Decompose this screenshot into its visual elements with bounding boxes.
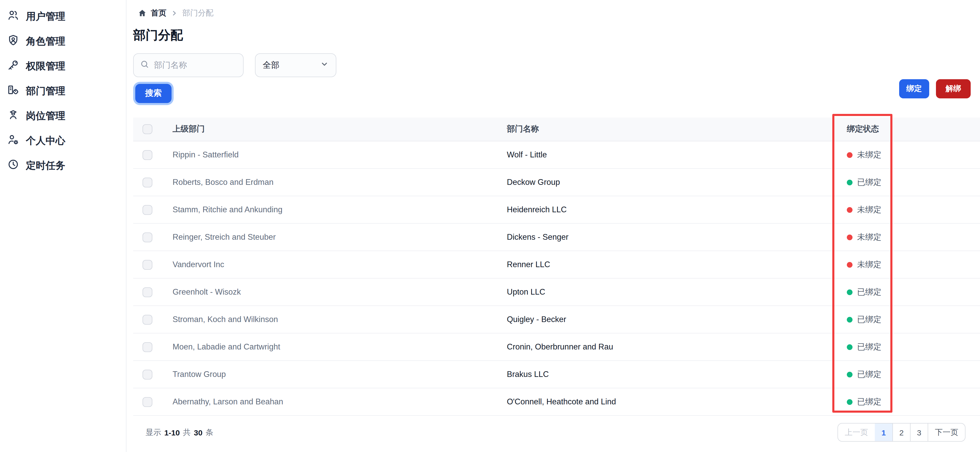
row-status: 已绑定 [847,341,980,352]
row-parent: Reinger, Streich and Steuber [173,233,507,242]
sidebar-item-2[interactable]: 角色管理 [0,29,126,54]
row-checkbox[interactable] [143,232,152,242]
row-checkbox-cell [133,205,173,215]
sidebar-item-4[interactable]: 部门管理 [0,79,126,103]
department-name-input[interactable] [154,60,237,70]
status-dot [847,289,853,295]
row-checkbox[interactable] [143,150,152,160]
breadcrumb-home-link[interactable]: 首页 [138,8,166,18]
row-checkbox-cell [133,370,173,379]
row-checkbox[interactable] [143,397,152,407]
breadcrumb-current: 部门分配 [183,8,213,18]
row-checkbox[interactable] [143,260,152,270]
row-checkbox[interactable] [143,370,152,379]
bind-button[interactable]: 绑定 [899,79,929,98]
row-status: 已绑定 [847,396,980,407]
table-header-row: 上级部门 部门名称 绑定状态 [133,117,980,141]
select-all-checkbox[interactable] [143,124,152,134]
row-parent: Roberts, Bosco and Erdman [173,178,507,187]
breadcrumb: 首页 部门分配 [138,7,980,19]
sidebar-item-3[interactable]: 权限管理 [0,54,126,79]
sidebar-item-label: 部门管理 [26,84,65,98]
row-status-label: 已绑定 [857,396,881,407]
bulk-actions: 绑定 解绑 [899,79,970,98]
row-status: 未绑定 [847,232,980,243]
departments-table: 上级部门 部门名称 绑定状态 Rippin - Satterfield Wolf… [133,117,980,416]
row-checkbox-cell [133,260,173,270]
pagination-bar: 显示 1-10 共 30 条 上一页 123 下一页 [133,423,980,442]
status-dot [847,179,853,185]
sidebar: 用户管理角色管理权限管理部门管理岗位管理个人中心定时任务 [0,0,126,452]
status-filter-select[interactable]: 全部 [255,53,336,77]
status-dot [847,152,853,158]
sidebar-item-6[interactable]: 个人中心 [0,128,126,153]
row-parent: Rippin - Satterfield [173,150,507,159]
row-status-label: 未绑定 [857,204,881,215]
sidebar-item-7[interactable]: 定时任务 [0,153,126,178]
unbind-button[interactable]: 解绑 [936,79,970,98]
sidebar-item-label: 用户管理 [26,10,65,23]
row-checkbox-cell [133,287,173,297]
status-dot [847,207,853,213]
table-row: Stroman, Koch and Wilkinson Quigley - Be… [133,306,980,333]
table-row: Greenholt - Wisozk Upton LLC 已绑定 [133,279,980,306]
row-checkbox[interactable] [143,342,152,352]
page-button-2[interactable]: 2 [892,423,910,441]
filter-bar: 全部 [133,53,980,77]
row-checkbox-cell [133,177,173,187]
status-dot [847,317,853,322]
chevron-down-icon [320,60,329,70]
page-title: 部门分配 [133,27,980,43]
sidebar-item-label: 定时任务 [26,159,65,173]
row-status-label: 已绑定 [857,177,881,188]
row-status-label: 未绑定 [857,149,881,160]
main-content: 首页 部门分配 部门分配 全部 [126,0,980,452]
row-checkbox-cell [133,342,173,352]
pager: 上一页 123 下一页 [837,423,966,442]
table-row: Roberts, Bosco and Erdman Deckow Group 已… [133,169,980,196]
row-parent: Abernathy, Larson and Beahan [173,397,507,406]
row-status: 已绑定 [847,287,980,297]
search-row: 搜索 [133,84,980,103]
users-icon [7,10,19,24]
row-status: 未绑定 [847,204,980,215]
table-row: Stamm, Ritchie and Ankunding Heidenreich… [133,196,980,224]
status-filter-value: 全部 [263,60,279,71]
row-parent: Greenholt - Wisozk [173,287,507,297]
home-icon [138,8,147,17]
sidebar-item-1[interactable]: 用户管理 [0,4,126,29]
row-status: 未绑定 [847,149,980,160]
column-header-parent: 上级部门 [173,124,507,135]
user-gear-icon [7,133,19,148]
row-status-label: 已绑定 [857,369,881,380]
row-parent: Moen, Labadie and Cartwright [173,342,507,352]
row-checkbox[interactable] [143,177,152,187]
row-name: Quigley - Becker [507,315,847,324]
row-checkbox[interactable] [143,205,152,215]
row-status-label: 已绑定 [857,341,881,352]
page-button-1[interactable]: 1 [875,423,892,441]
department-icon [7,84,19,98]
page-button-3[interactable]: 3 [910,423,928,441]
status-dot [847,234,853,240]
row-checkbox-cell [133,314,173,324]
summary-total: 30 [194,428,202,437]
row-checkbox[interactable] [143,314,152,324]
row-checkbox-cell [133,150,173,160]
row-status-label: 未绑定 [857,259,881,270]
table-row: Vandervort Inc Renner LLC 未绑定 [133,251,980,279]
summary-prefix: 显示 [146,427,161,437]
sidebar-item-label: 角色管理 [26,35,65,48]
row-parent: Vandervort Inc [173,260,507,269]
column-header-name: 部门名称 [507,124,847,135]
pagination-summary: 显示 1-10 共 30 条 [146,427,213,437]
next-page-button[interactable]: 下一页 [928,423,965,441]
sidebar-item-5[interactable]: 岗位管理 [0,103,126,128]
row-name: Cronin, Oberbrunner and Rau [507,342,847,352]
search-button[interactable]: 搜索 [135,84,172,103]
row-checkbox[interactable] [143,287,152,297]
previous-page-button[interactable]: 上一页 [838,423,875,441]
row-parent: Stroman, Koch and Wilkinson [173,315,507,324]
table-row: Rippin - Satterfield Wolf - Little 未绑定 [133,141,980,169]
app-window: 用户管理角色管理权限管理部门管理岗位管理个人中心定时任务 首页 部门分配 部门分… [0,0,980,452]
